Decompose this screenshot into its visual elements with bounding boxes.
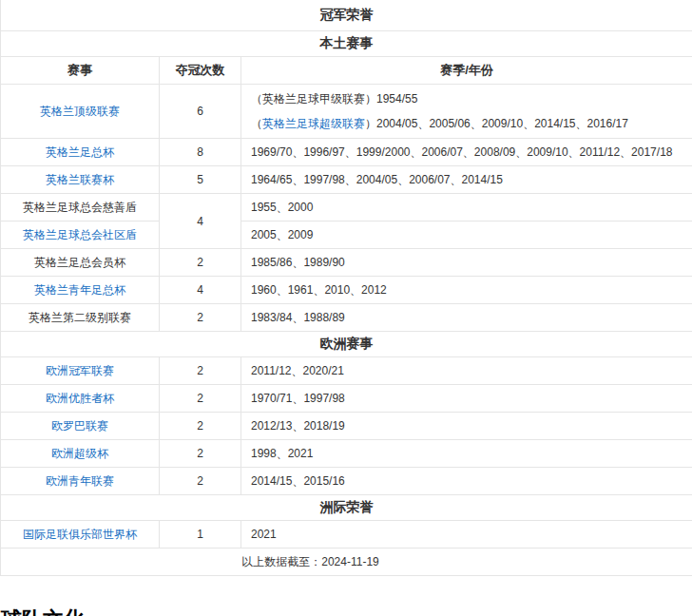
seasons-cell: 1983/84、1988/89 (241, 304, 692, 332)
count-cell: 5 (160, 166, 241, 194)
competition-link[interactable]: 欧洲优胜者杯 (46, 392, 114, 405)
seasons-cell: （英格兰足球甲级联赛）1954/55 （英格兰足球超级联赛）2004/05、20… (241, 85, 692, 139)
count-cell: 6 (160, 85, 241, 139)
table-title: 冠军荣誉 (1, 0, 692, 31)
footer-row: 以上数据截至：2024-11-19 (1, 549, 692, 576)
seasons-cell: 2021 (241, 521, 692, 549)
table-row: 英格兰足球总会慈善盾 4 1955、2000 (1, 194, 692, 221)
table-row: 英格兰第二级别联赛 2 1983/84、1988/89 (1, 304, 692, 332)
section-header-label: 欧洲赛事 (1, 332, 692, 357)
competition-link[interactable]: 欧洲超级杯 (51, 447, 108, 460)
count-cell: 2 (160, 413, 241, 440)
seasons-cell: 1985/86、1989/90 (241, 249, 692, 277)
count-cell: 2 (160, 385, 241, 413)
table-row: 国际足联俱乐部世界杯 1 2021 (1, 521, 692, 549)
competition-link[interactable]: 欧洲冠军联赛 (46, 364, 114, 377)
section-header-domestic: 本土赛事 (1, 31, 692, 57)
table-row: 英格兰顶级联赛 6 （英格兰足球甲级联赛）1954/55 （英格兰足球超级联赛）… (1, 85, 692, 139)
column-header-competition: 赛事 (1, 57, 160, 85)
column-header-seasons: 赛季/年份 (241, 57, 692, 85)
seasons-cell: 2011/12、2020/21 (241, 357, 692, 385)
count-cell: 2 (160, 249, 241, 277)
section-header-intercontinental: 洲际荣誉 (1, 495, 692, 521)
table-row: 英格兰足球总会社区盾 2005、2009 (1, 221, 692, 249)
competition-link[interactable]: 国际足联俱乐部世界杯 (23, 528, 137, 541)
count-cell: 1 (160, 521, 241, 549)
seasons-text: ）2004/05、2005/06、2009/10、2014/15、2016/17 (365, 117, 628, 130)
table-title-row: 冠军荣誉 (1, 0, 692, 31)
competition-label: 英格兰足总会员杯 (34, 256, 125, 269)
seasons-cell: 1955、2000 (241, 194, 692, 221)
count-cell: 4 (160, 194, 241, 249)
competition-link[interactable]: 英格兰足总杯 (46, 145, 114, 159)
honors-table: 冠军荣誉 本土赛事 赛事 夺冠次数 赛季/年份 英格兰顶级联赛 6 （英格兰足球… (0, 0, 692, 576)
seasons-cell: 1970/71、1997/98 (241, 385, 692, 413)
seasons-cell: 2012/13、2018/19 (241, 413, 692, 440)
count-cell: 2 (160, 304, 241, 332)
section-heading-team-culture: 球队文化 (1, 606, 85, 616)
table-row: 英格兰足总杯 8 1969/70、1996/97、1999/2000、2006/… (1, 139, 692, 166)
table-row: 英格兰青年足总杯 4 1960、1961、2010、2012 (1, 277, 692, 304)
seasons-cell: 1969/70、1996/97、1999/2000、2006/07、2008/0… (241, 139, 692, 166)
count-cell: 2 (160, 440, 241, 468)
table-row: 英格兰足总会员杯 2 1985/86、1989/90 (1, 249, 692, 277)
competition-label: 英格兰第二级别联赛 (29, 311, 131, 324)
paren-open: （ (251, 117, 262, 130)
table-row: 英格兰联赛杯 5 1964/65、1997/98、2004/05、2006/07… (1, 166, 692, 194)
data-cutoff-note: 以上数据截至：2024-11-19 (1, 549, 692, 576)
seasons-cell: 2014/15、2015/16 (241, 468, 692, 495)
column-header-row: 赛事 夺冠次数 赛季/年份 (1, 57, 692, 85)
competition-link[interactable]: 欧洲青年联赛 (46, 474, 114, 488)
count-cell: 2 (160, 468, 241, 495)
table-row: 欧洲冠军联赛 2 2011/12、2020/21 (1, 357, 692, 385)
table-row: 欧洲优胜者杯 2 1970/71、1997/98 (1, 385, 692, 413)
competition-link[interactable]: 英格兰联赛杯 (46, 173, 114, 186)
seasons-cell: 1998、2021 (241, 440, 692, 468)
premier-league-link[interactable]: 英格兰足球超级联赛 (262, 117, 365, 130)
competition-link[interactable]: 英格兰足球总会社区盾 (23, 228, 137, 241)
seasons-line-2: （英格兰足球超级联赛）2004/05、2005/06、2009/10、2014/… (251, 111, 692, 136)
competition-link[interactable]: 英格兰青年足总杯 (34, 283, 125, 297)
competition-link[interactable]: 英格兰顶级联赛 (40, 105, 120, 118)
seasons-cell: 1964/65、1997/98、2004/05、2006/07、2014/15 (241, 166, 692, 194)
seasons-line-1: （英格兰足球甲级联赛）1954/55 (251, 87, 692, 111)
table-row: 欧洲青年联赛 2 2014/15、2015/16 (1, 468, 692, 495)
section-header-european: 欧洲赛事 (1, 332, 692, 357)
section-header-label: 本土赛事 (1, 31, 692, 57)
seasons-cell: 1960、1961、2010、2012 (241, 277, 692, 304)
competition-link[interactable]: 欧罗巴联赛 (51, 419, 108, 433)
table-row: 欧罗巴联赛 2 2012/13、2018/19 (1, 413, 692, 440)
count-cell: 4 (160, 277, 241, 304)
competition-label: 英格兰足球总会慈善盾 (23, 201, 137, 214)
count-cell: 2 (160, 357, 241, 385)
table-row: 欧洲超级杯 2 1998、2021 (1, 440, 692, 468)
column-header-count: 夺冠次数 (160, 57, 241, 85)
section-header-label: 洲际荣誉 (1, 495, 692, 521)
count-cell: 8 (160, 139, 241, 166)
seasons-cell: 2005、2009 (241, 221, 692, 249)
